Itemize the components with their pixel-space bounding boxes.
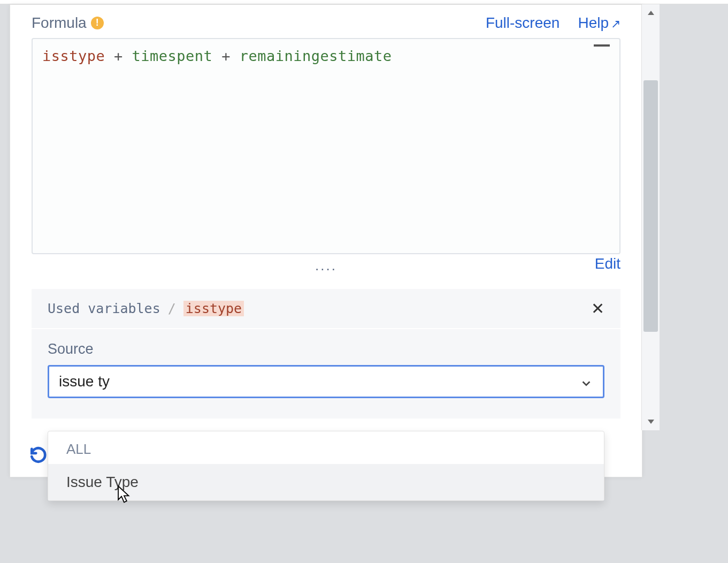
formula-panel: Formula ! Full-screen Help↗ isstype + ti… — [10, 4, 642, 477]
source-input-value[interactable]: issue ty — [59, 373, 110, 390]
scroll-thumb[interactable] — [643, 80, 658, 332]
svg-marker-1 — [648, 420, 654, 424]
used-variables-panel: Used variables / isstype ✕ — [32, 289, 620, 328]
formula-token-error: isstype — [42, 48, 105, 64]
close-icon[interactable]: ✕ — [591, 299, 604, 318]
fullscreen-link[interactable]: Full-screen — [486, 14, 560, 32]
breadcrumb: Used variables / isstype ✕ — [32, 289, 620, 328]
formula-code[interactable]: isstype + timespent + remainingestimate — [33, 39, 619, 73]
svg-marker-0 — [648, 11, 654, 15]
scroll-up-arrow-icon[interactable] — [642, 4, 660, 21]
scroll-track[interactable] — [642, 21, 660, 413]
edit-link[interactable]: Edit — [595, 255, 620, 272]
source-label: Source — [48, 341, 604, 357]
collapse-icon[interactable] — [594, 44, 610, 47]
breadcrumb-separator: / — [168, 301, 176, 316]
source-section: Source issue ty — [32, 329, 620, 419]
scroll-down-arrow-icon[interactable] — [642, 413, 660, 430]
formula-label-text: Formula — [32, 14, 87, 32]
source-dropdown[interactable]: ALL Issue Type — [48, 431, 604, 501]
source-select[interactable]: issue ty — [48, 365, 604, 398]
breadcrumb-current: isstype — [183, 301, 244, 316]
formula-token-var: remainingestimate — [240, 48, 392, 64]
chevron-down-icon[interactable] — [580, 376, 592, 387]
breadcrumb-root[interactable]: Used variables — [48, 301, 160, 316]
help-link[interactable]: Help↗ — [578, 14, 620, 32]
external-link-icon: ↗ — [611, 17, 620, 31]
formula-editor[interactable]: isstype + timespent + remainingestimate — [32, 38, 620, 254]
undo-button[interactable] — [28, 445, 49, 465]
resize-handle[interactable]: .... Edit — [10, 254, 642, 274]
dropdown-item-issue-type[interactable]: Issue Type — [48, 464, 604, 500]
vertical-scrollbar[interactable] — [641, 4, 660, 430]
warning-icon: ! — [91, 17, 104, 29]
formula-token-var: timespent — [132, 48, 213, 64]
dropdown-group-label: ALL — [48, 431, 604, 464]
formula-section-label: Formula ! — [32, 14, 104, 32]
